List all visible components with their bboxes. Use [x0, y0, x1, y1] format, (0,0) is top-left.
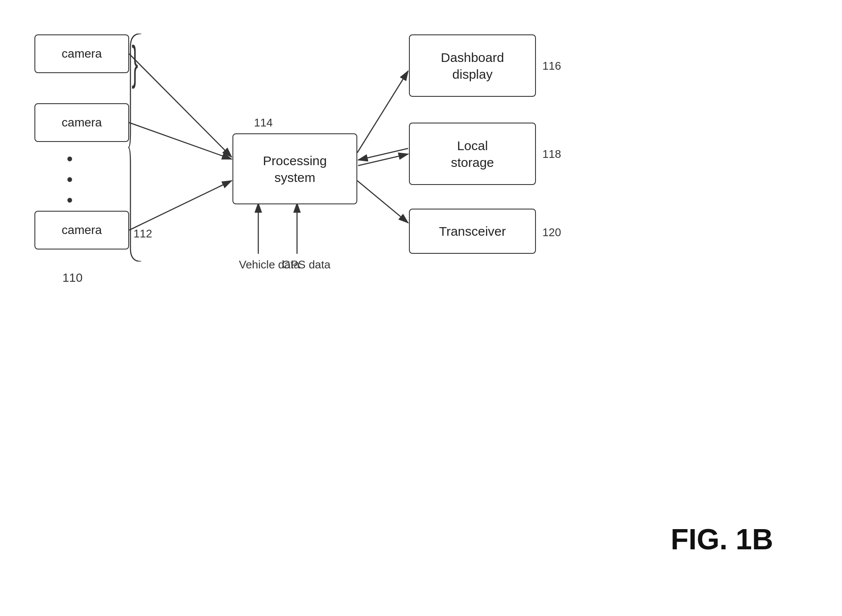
dots: ••• [67, 148, 73, 210]
processing-box: Processingsystem [232, 133, 357, 204]
svg-line-10 [357, 181, 408, 223]
label-110: 110 [62, 271, 83, 285]
svg-line-9 [358, 148, 408, 160]
transceiver-label: Transceiver [439, 223, 506, 240]
svg-line-8 [358, 154, 408, 166]
label-116: 116 [542, 59, 561, 73]
label-114: 114 [254, 116, 272, 129]
camera3-box: camera [34, 211, 129, 249]
camera3-label: camera [62, 222, 102, 238]
transceiver-box: Transceiver [409, 209, 536, 254]
svg-line-7 [357, 71, 408, 153]
camera1-box: camera [34, 34, 129, 73]
processing-label: Processingsystem [263, 152, 327, 186]
dashboard-box: Dashboarddisplay [409, 34, 536, 97]
camera2-box: camera [34, 103, 129, 142]
camera2-label: camera [62, 115, 102, 130]
label-120: 120 [542, 226, 561, 239]
gps-data-label: GPS data [282, 258, 331, 271]
label-112: 112 [133, 227, 152, 240]
local-storage-box: Localstorage [409, 123, 536, 185]
diagram: camera camera ••• camera } 110 112 Proce… [0, 0, 842, 616]
figure-label: FIG. 1B [671, 522, 773, 556]
label-118: 118 [542, 148, 561, 161]
dashboard-label: Dashboarddisplay [441, 49, 504, 83]
camera1-label: camera [62, 46, 102, 62]
local-storage-label: Localstorage [451, 137, 494, 171]
